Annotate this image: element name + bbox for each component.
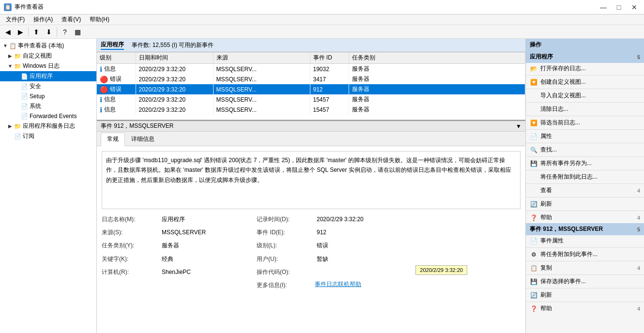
toolbar-forward[interactable]: ▶	[15, 27, 26, 37]
right-item-label-0-6: 查找...	[540, 146, 557, 154]
label-subscriptions: 订阅	[23, 132, 34, 140]
right-item-0-11[interactable]: ❓ 帮助 4	[526, 212, 644, 223]
sidebar-item-windows[interactable]: ▼ 📁 Windows 日志	[0, 61, 96, 71]
sidebar-item-appservices[interactable]: ▶ 📁 应用程序和服务日志	[0, 121, 96, 131]
close-button[interactable]: ✕	[629, 2, 640, 12]
datetime-tooltip: 2020/2/29 3:32:20	[415, 265, 467, 275]
moreinfo-link[interactable]: 事件日志联机帮助	[315, 280, 412, 291]
right-panel-title: 操作	[526, 39, 644, 51]
detail-fields: 日志名称(M): 应用程序 记录时间(D): 2020/2/29 3:32:20…	[102, 214, 521, 291]
right-item-0-9[interactable]: 查看 4	[526, 185, 644, 196]
col-datetime[interactable]: 日期和时间	[136, 52, 213, 64]
right-item-1-3[interactable]: 💾 保存选择的事件...	[526, 276, 644, 287]
sidebar-item-custom[interactable]: ▶ 📁 自定义视图	[0, 51, 96, 61]
right-item-1-0[interactable]: 📄 事件属性	[526, 235, 644, 246]
sidebar-item-root[interactable]: ▼ 📋 事件查看器 (本地)	[0, 41, 96, 51]
sidebar-item-app[interactable]: 📄 应用程序	[0, 71, 96, 81]
right-item-0-6[interactable]: 🔍 查找...	[526, 144, 644, 155]
app-icon: 📋	[4, 3, 12, 11]
right-item-0-0[interactable]: 📂 打开保存的日志...	[526, 63, 644, 74]
right-separator	[526, 288, 644, 288]
table-row[interactable]: ℹ信息 2020/2/29 3:32:20 MSSQLSERV... 19032…	[97, 64, 525, 75]
label-appservices: 应用程序和服务日志	[23, 122, 75, 130]
right-item-0-10[interactable]: 🔄 刷新	[526, 198, 644, 210]
right-item-1-1[interactable]: ⚙ 将任务附加到此事件...	[526, 249, 644, 260]
table-row[interactable]: ℹ信息 2020/2/29 3:32:20 MSSQLSERV... 15457…	[97, 105, 525, 115]
right-item-icon-0-3	[530, 106, 537, 113]
sidebar-item-security[interactable]: 📄 安全	[0, 81, 96, 91]
event-list-tab-app[interactable]: 应用程序	[101, 41, 124, 50]
cell-eventid: 912	[310, 84, 349, 94]
cell-datetime: 2020/2/29 3:32:20	[136, 105, 213, 115]
sidebar-item-system[interactable]: 📄 系统	[0, 101, 96, 111]
detail-message: 由于升级步骤 'msdb110_upgrade.sql' 遇到错误 200(状态…	[102, 151, 521, 209]
event-table-wrapper[interactable]: 级别 日期和时间 来源 事件 ID 任务类别 ℹ信息 2020/2/29 3:3…	[97, 52, 525, 120]
right-item-label-0-2: 导入自定义视图...	[540, 91, 586, 100]
sidebar-item-setup[interactable]: 📄 Setup	[0, 91, 96, 101]
col-level[interactable]: 级别	[97, 52, 136, 64]
right-item-badge: 4	[637, 265, 640, 271]
error-icon: 🔴	[100, 76, 108, 83]
right-item-icon-0-11: ❓	[530, 214, 537, 222]
table-row[interactable]: 🔴错误 2020/2/29 3:32:20 MSSQLSERV... 3417 …	[97, 74, 525, 84]
right-item-label-1-0: 事件属性	[540, 237, 564, 245]
source-value: MSSQLSERVER	[160, 227, 257, 238]
right-item-icon-0-9	[530, 187, 537, 195]
right-item-icon-1-0: 📄	[530, 237, 537, 245]
right-item-icon-0-8	[530, 173, 537, 181]
info-icon: ℹ	[100, 96, 102, 104]
col-task[interactable]: 任务类别	[349, 52, 525, 64]
sidebar-item-subscriptions[interactable]: 📄 订阅	[0, 131, 96, 141]
right-item-0-5[interactable]: 📄 属性	[526, 131, 644, 142]
col-eventid[interactable]: 事件 ID	[310, 52, 349, 64]
right-item-label-0-1: 创建自定义视图...	[540, 78, 586, 86]
right-item-icon-0-7: 💾	[530, 160, 537, 167]
toolbar-up[interactable]: ⬆	[31, 27, 42, 37]
right-section-label-1: 事件 912，MSSQLSERVER	[530, 225, 603, 233]
right-item-0-3[interactable]: 清除日志...	[526, 104, 644, 115]
toolbar-back[interactable]: ◀	[2, 27, 14, 37]
cell-source: MSSQLSERV...	[213, 84, 310, 94]
detail-collapse-btn[interactable]: ▼	[516, 123, 521, 130]
menu-view[interactable]: 查看(V)	[58, 15, 85, 25]
right-item-1-5[interactable]: ❓ 帮助 4	[526, 303, 644, 314]
right-section-badge-0: 5	[637, 54, 640, 60]
cell-source: MSSQLSERV...	[213, 94, 310, 105]
record-time-label: 记录时间(D):	[257, 214, 315, 225]
right-item-0-7[interactable]: 💾 将所有事件另存为...	[526, 158, 644, 169]
right-item-badge: 4	[637, 215, 640, 221]
right-item-0-4[interactable]: 🔽 筛选当前日志...	[526, 117, 644, 128]
toolbar-down[interactable]: ⬇	[43, 27, 55, 37]
computer-label: 计算机(R):	[102, 267, 160, 278]
right-item-0-2[interactable]: 导入自定义视图...	[526, 90, 644, 101]
right-item-1-2[interactable]: 📋 复制 4	[526, 262, 644, 273]
right-item-0-8[interactable]: 将任务附加到此日志...	[526, 171, 644, 182]
cell-level: ℹ信息	[97, 64, 136, 75]
toolbar-grid[interactable]: ▦	[72, 27, 83, 37]
toolbar-help[interactable]: ?	[59, 27, 71, 37]
tab-details[interactable]: 详细信息	[125, 133, 161, 146]
icon-subscriptions: 📄	[14, 133, 21, 140]
tab-general[interactable]: 常规	[101, 133, 125, 146]
right-item-label-0-7: 将所有事件另存为...	[540, 159, 592, 167]
minimize-button[interactable]: —	[598, 2, 609, 12]
sidebar-item-forwarded[interactable]: 📄 Forwarded Events	[0, 111, 96, 121]
cell-task: 服务器	[349, 64, 525, 75]
right-item-0-1[interactable]: 🔽 创建自定义视图...	[526, 76, 644, 88]
computer-value: ShenJiePC	[160, 267, 257, 278]
table-row[interactable]: 🔴错误 2020/2/29 3:32:20 MSSQLSERV... 912 服…	[97, 84, 525, 94]
label-app: 应用程序	[30, 72, 53, 80]
menu-file[interactable]: 文件(F)	[2, 15, 29, 25]
expand-icon-subscriptions	[7, 133, 14, 140]
menu-help[interactable]: 帮助(H)	[86, 15, 113, 25]
right-item-icon-0-2	[530, 92, 537, 100]
right-item-1-4[interactable]: 🔄 刷新	[526, 289, 644, 301]
right-separator	[526, 89, 644, 89]
col-source[interactable]: 来源	[213, 52, 310, 64]
maximize-button[interactable]: □	[613, 2, 625, 12]
title-text: 事件查看器	[15, 3, 44, 11]
menu-action[interactable]: 操作(A)	[30, 15, 57, 25]
table-row[interactable]: ℹ信息 2020/2/29 3:32:20 MSSQLSERV... 15457…	[97, 94, 525, 105]
right-title-text: 操作	[530, 41, 541, 49]
cell-source: MSSQLSERV...	[213, 105, 310, 115]
